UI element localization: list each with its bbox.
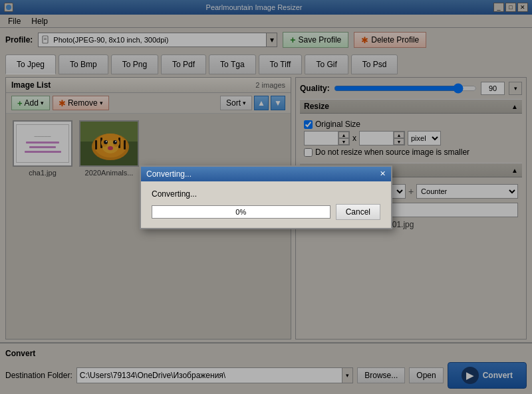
progress-container: 0% Cancel: [152, 204, 380, 220]
progress-bar-wrap: 0%: [152, 205, 331, 219]
modal-status: Converting...: [152, 189, 380, 199]
modal-close-button[interactable]: ✕: [380, 169, 386, 178]
progress-label: 0%: [152, 206, 330, 218]
converting-modal: Converting... ✕ Converting... 0% Cancel: [140, 165, 392, 229]
modal-title-bar: Converting... ✕: [141, 167, 391, 181]
modal-overlay: Converting... ✕ Converting... 0% Cancel: [0, 0, 532, 394]
cancel-button[interactable]: Cancel: [336, 204, 380, 220]
modal-body: Converting... 0% Cancel: [141, 181, 391, 228]
modal-title: Converting...: [146, 169, 192, 179]
